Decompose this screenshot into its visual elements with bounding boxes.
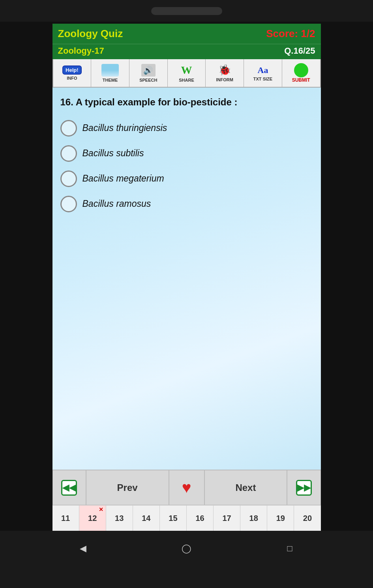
page-11[interactable]: 11	[52, 506, 79, 531]
header-top: Zoology Quiz Score: 1/2	[52, 24, 321, 44]
question-area: 16. A typical example for bio-pesticide …	[52, 88, 321, 470]
skip-to-start-icon: ◀◀	[61, 480, 77, 496]
page-15[interactable]: 15	[160, 506, 187, 531]
android-nav-bar: ◀ ◯ □	[0, 531, 373, 566]
header-sub: Zoology-17 Q.16/25	[52, 44, 321, 59]
page-14[interactable]: 14	[133, 506, 160, 531]
page-19[interactable]: 19	[267, 506, 294, 531]
home-button[interactable]: ◯	[179, 541, 193, 556]
recents-button[interactable]: □	[283, 541, 297, 556]
page-20[interactable]: 20	[294, 506, 321, 531]
skip-to-end-button[interactable]: ▶▶	[287, 470, 321, 505]
phone-notch	[151, 7, 222, 15]
radio-d-inner	[66, 201, 72, 207]
prev-label: Prev	[117, 482, 138, 493]
submit-button[interactable]: SUBMIT	[282, 59, 320, 87]
share-icon: W	[181, 64, 192, 77]
info-icon: Help!	[62, 66, 82, 75]
option-b[interactable]: Bacillus subtilis	[60, 145, 313, 162]
page-16[interactable]: 16	[187, 506, 214, 531]
txtsize-icon: Aa	[258, 65, 268, 75]
option-a-text: Bacillus thuringiensis	[82, 123, 167, 133]
option-b-text: Bacillus subtilis	[82, 148, 144, 159]
speech-icon: 🔊	[141, 64, 156, 77]
question-text: 16. A typical example for bio-pesticide …	[60, 96, 313, 109]
radio-a[interactable]	[60, 120, 77, 137]
back-button[interactable]: ◀	[76, 541, 90, 556]
app-container: Zoology Quiz Score: 1/2 Zoology-17 Q.16/…	[52, 24, 321, 531]
submit-circle-icon	[294, 63, 308, 77]
radio-a-inner	[66, 125, 72, 131]
next-button[interactable]: Next	[204, 470, 287, 505]
txtsize-button[interactable]: Aa TXT SIZE	[244, 59, 282, 87]
page-13[interactable]: 13	[106, 506, 133, 531]
score-display: Score: 1/2	[266, 28, 315, 40]
option-c-text: Bacillus megaterium	[82, 173, 164, 184]
heart-icon: ♥	[182, 479, 191, 496]
info-button[interactable]: Help! INFO	[53, 59, 92, 87]
quiz-name: Zoology-17	[58, 46, 104, 56]
bottom-navigation: ◀◀ Prev ♥ Next ▶▶	[52, 470, 321, 505]
inform-button[interactable]: 🐞 INFORM	[206, 59, 244, 87]
page-12[interactable]: 12	[79, 506, 106, 531]
option-d[interactable]: Bacillus ramosus	[60, 196, 313, 212]
phone-bottom-bar	[0, 566, 373, 588]
next-label: Next	[235, 482, 256, 493]
option-a[interactable]: Bacillus thuringiensis	[60, 120, 313, 137]
info-label: INFO	[67, 76, 77, 81]
radio-b[interactable]	[60, 145, 77, 162]
share-button[interactable]: W SHARE	[168, 59, 206, 87]
radio-d[interactable]	[60, 196, 77, 212]
txtsize-label: TXT SIZE	[253, 77, 272, 81]
prev-button[interactable]: Prev	[86, 470, 169, 505]
theme-icon	[101, 64, 119, 77]
theme-button[interactable]: THEME	[91, 59, 129, 87]
heart-button[interactable]: ♥	[169, 470, 204, 505]
option-c[interactable]: Bacillus megaterium	[60, 170, 313, 187]
submit-label: SUBMIT	[292, 77, 310, 83]
page-17[interactable]: 17	[214, 506, 240, 531]
radio-b-inner	[66, 150, 72, 157]
app-title: Zoology Quiz	[58, 28, 123, 40]
option-d-text: Bacillus ramosus	[82, 198, 151, 209]
inform-label: INFORM	[216, 77, 233, 82]
toolbar: Help! INFO THEME 🔊 SPEECH W SHARE 🐞 INFO…	[52, 59, 321, 88]
share-label: SHARE	[179, 78, 194, 82]
phone-top-bar	[0, 0, 373, 22]
radio-c-inner	[66, 176, 72, 182]
radio-c[interactable]	[60, 170, 77, 187]
question-number: Q.16/25	[284, 46, 315, 56]
page-18[interactable]: 18	[240, 506, 267, 531]
ladybug-icon: 🐞	[218, 64, 231, 76]
pagination: 11 12 13 14 15 16 17 18 19 20	[52, 505, 321, 531]
speech-label: SPEECH	[139, 78, 157, 82]
skip-to-end-icon: ▶▶	[296, 480, 312, 496]
speech-button[interactable]: 🔊 SPEECH	[129, 59, 168, 87]
theme-label: THEME	[103, 78, 118, 82]
prev-skip-button[interactable]: ◀◀	[52, 470, 86, 505]
